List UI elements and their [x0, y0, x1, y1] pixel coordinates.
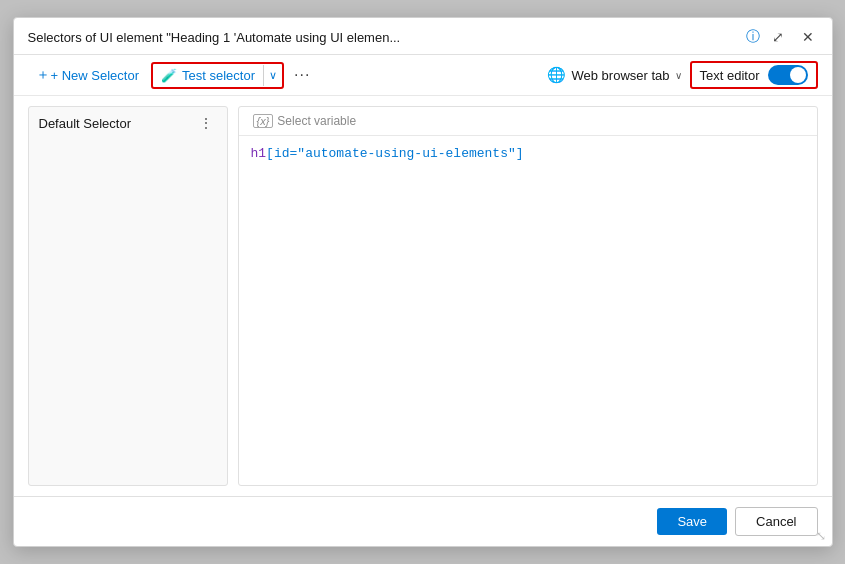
web-browser-tab-button[interactable]: 🌐 Web browser tab ∨: [547, 66, 681, 84]
test-selector-chevron[interactable]: ∨: [263, 65, 282, 86]
dialog-footer: Save Cancel: [14, 496, 832, 546]
sidebar: Default Selector ⋮: [28, 106, 228, 486]
select-variable-button[interactable]: {x} Select variable: [249, 112, 361, 130]
globe-icon: 🌐: [547, 66, 566, 84]
chevron-down-icon: ∨: [269, 69, 277, 81]
select-variable-label: Select variable: [277, 114, 356, 128]
sidebar-item-more-button[interactable]: ⋮: [195, 115, 217, 131]
test-selector-button[interactable]: 🧪 Test selector: [153, 64, 263, 87]
cancel-button[interactable]: Cancel: [735, 507, 817, 536]
more-options-button[interactable]: ···: [288, 62, 316, 88]
info-icon[interactable]: ⓘ: [746, 28, 760, 46]
toolbar: ＋ + New Selector 🧪 Test selector ∨ ··· 🌐…: [14, 55, 832, 96]
web-browser-tab-label: Web browser tab: [571, 68, 669, 83]
selector-string: "automate-using-ui-elements": [297, 146, 515, 161]
selector-element: h1: [251, 146, 267, 161]
dialog: Selectors of UI element "Heading 1 'Auto…: [13, 17, 833, 547]
resize-handle[interactable]: ⤡: [816, 530, 828, 542]
ellipsis-icon: ···: [294, 66, 310, 83]
text-editor-toggle[interactable]: [768, 65, 808, 85]
plus-icon: ＋: [36, 66, 50, 84]
beaker-icon: 🧪: [161, 68, 177, 83]
variable-icon: {x}: [253, 114, 274, 128]
test-selector-label: Test selector: [182, 68, 255, 83]
editor-area: {x} Select variable h1[id="automate-usin…: [238, 106, 818, 486]
dialog-title: Selectors of UI element "Heading 1 'Auto…: [28, 30, 738, 45]
text-editor-label: Text editor: [700, 68, 760, 83]
close-button[interactable]: ✕: [798, 28, 818, 46]
selector-attr: [id="automate-using-ui-elements"]: [266, 146, 523, 161]
new-selector-button[interactable]: ＋ + New Selector: [28, 62, 148, 88]
main-content: Default Selector ⋮ {x} Select variable h…: [14, 96, 832, 496]
toolbar-right: 🌐 Web browser tab ∨ Text editor: [547, 61, 817, 89]
test-selector-group: 🧪 Test selector ∨: [151, 62, 284, 89]
default-selector-label: Default Selector: [39, 116, 132, 131]
editor-toolbar: {x} Select variable: [239, 107, 817, 136]
save-button[interactable]: Save: [657, 508, 727, 535]
restore-button[interactable]: ⤢: [768, 28, 788, 46]
text-editor-group: Text editor: [690, 61, 818, 89]
editor-body[interactable]: h1[id="automate-using-ui-elements"]: [239, 136, 817, 485]
toggle-slider: [768, 65, 808, 85]
titlebar: Selectors of UI element "Heading 1 'Auto…: [14, 18, 832, 55]
new-selector-label: + New Selector: [51, 68, 140, 83]
titlebar-controls: ⤢ ✕: [768, 28, 818, 46]
web-browser-chevron-icon: ∨: [675, 70, 682, 81]
sidebar-item-default[interactable]: Default Selector ⋮: [29, 107, 227, 139]
